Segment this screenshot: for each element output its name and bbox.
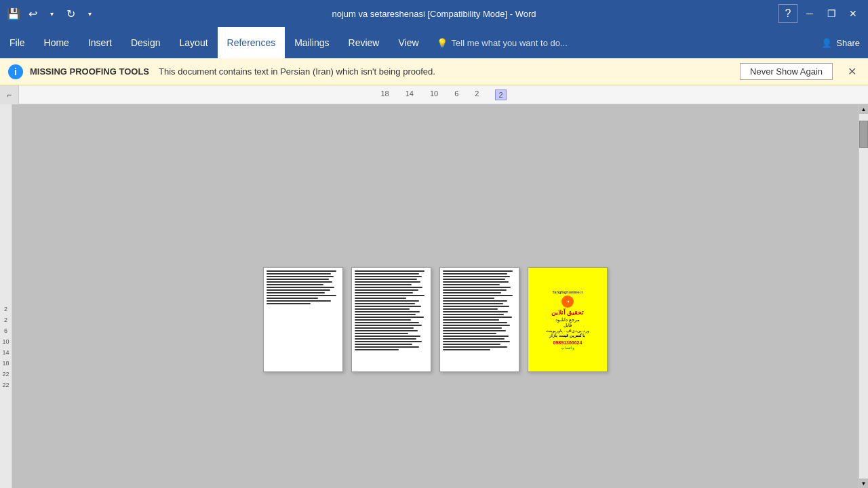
ad-logo: ◀: [561, 296, 574, 308]
pages-row: Tahghighonline.ir ◀ تحقیق آنلاین مرجع دا…: [263, 267, 608, 372]
notification-bar: i MISSING PROOFING TOOLS This document c…: [0, 58, 868, 85]
quick-access-toolbar: 💾 ↩ ▾ ↻ ▾: [5, 5, 98, 22]
vruler-num: 2: [4, 314, 7, 325]
ruler-num: 14: [406, 89, 414, 100]
ad-line4: با کمترین قیمت بازار: [549, 333, 585, 338]
vruler-num: 2: [4, 304, 7, 314]
ad-line2: فایل: [564, 323, 572, 328]
close-button[interactable]: ✕: [844, 4, 863, 23]
page-thumbnail-3[interactable]: [439, 267, 519, 372]
vertical-ruler-numbers: 2 2 6 10 14 18 22 22: [2, 304, 9, 390]
vertical-ruler: 2 2 6 10 14 18 22 22: [0, 104, 12, 488]
horizontal-ruler: ⌐ 18 14 10 6 2 2: [0, 85, 868, 104]
window-controls: ? ─ ❐ ✕: [778, 4, 863, 23]
vruler-num: 6: [4, 325, 7, 336]
page-content-1: [264, 268, 342, 371]
scroll-down-button[interactable]: ▼: [859, 479, 869, 488]
tab-references[interactable]: References: [218, 27, 285, 58]
ruler-num: 10: [430, 89, 438, 100]
tab-file[interactable]: File: [0, 27, 35, 58]
help-icon[interactable]: ?: [778, 4, 797, 23]
page-content-2: [352, 268, 431, 371]
undo-dropdown-icon[interactable]: ▾: [43, 5, 60, 22]
ad-title: تحقیق آنلاین: [551, 309, 585, 316]
page-text-2: [355, 270, 428, 350]
title-bar: 💾 ↩ ▾ ↻ ▾ nojum va setareshenasi [Compat…: [0, 0, 868, 27]
page-thumbnail-4[interactable]: Tahghighonline.ir ◀ تحقیق آنلاین مرجع دا…: [528, 267, 608, 372]
vruler-num: 22: [2, 369, 9, 380]
vruler-num: 22: [2, 380, 9, 390]
ruler-content: 18 14 10 6 2 2: [19, 85, 868, 104]
tab-design[interactable]: Design: [121, 27, 170, 58]
minimize-button[interactable]: ─: [800, 4, 819, 23]
ad-extra: واتساپ: [561, 345, 574, 350]
page-thumbnail-1[interactable]: [263, 267, 343, 372]
ad-site: Tahghighonline.ir: [552, 290, 583, 294]
customize-icon[interactable]: ▾: [81, 5, 98, 22]
ad-content: Tahghighonline.ir ◀ تحقیق آنلاین مرجع دا…: [528, 268, 607, 371]
ad-line1: مرجع دانلـود: [555, 317, 580, 323]
ruler-numbers: 18 14 10 6 2 2: [380, 89, 506, 100]
main-area: 2 2 6 10 14 18 22 22: [0, 104, 868, 488]
tell-me-bar[interactable]: 💡 Tell me what you want to do...: [429, 27, 576, 58]
tab-home[interactable]: Home: [35, 27, 79, 58]
page-content-3: [440, 268, 519, 371]
lightbulb-icon: 💡: [437, 38, 448, 48]
ribbon: File Home Insert Design Layout Reference…: [0, 27, 868, 58]
vruler-num: 14: [2, 347, 9, 358]
save-icon[interactable]: 💾: [5, 5, 22, 22]
notification-message: This document contains text in Persian (…: [159, 66, 733, 77]
vruler-num: 10: [2, 336, 9, 347]
tab-review[interactable]: Review: [339, 27, 389, 58]
info-icon: i: [8, 64, 23, 79]
notification-title: MISSING PROOFING TOOLS: [30, 66, 149, 77]
redo-icon[interactable]: ↻: [62, 5, 79, 22]
tab-layout[interactable]: Layout: [170, 27, 218, 58]
tab-insert[interactable]: Insert: [79, 27, 121, 58]
person-icon: 👤: [821, 38, 832, 48]
vertical-scrollbar[interactable]: ▲ ▼: [859, 104, 868, 488]
ad-phone: 09891366624: [553, 340, 583, 345]
ruler-num: 18: [380, 89, 389, 100]
ruler-marker: 2: [495, 89, 506, 100]
restore-button[interactable]: ❐: [822, 4, 841, 23]
never-show-again-button[interactable]: Never Show Again: [740, 63, 833, 80]
window-title: nojum va setareshenasi [Compatibility Mo…: [332, 9, 536, 19]
page-thumbnail-2[interactable]: [351, 267, 431, 372]
notification-close-button[interactable]: ✕: [844, 64, 860, 80]
document-area[interactable]: Tahghighonline.ir ◀ تحقیق آنلاین مرجع دا…: [12, 104, 859, 488]
ad-line3: ورد-پی‌دی‌اف - پاورپوینت: [546, 328, 589, 333]
scroll-track[interactable]: [859, 114, 868, 479]
ruler-num: 6: [454, 89, 458, 100]
ruler-corner-button[interactable]: ⌐: [0, 85, 19, 104]
vruler-num: 18: [2, 358, 9, 369]
ruler-num: 2: [475, 89, 479, 100]
page-text-3: [443, 270, 516, 350]
share-button[interactable]: 👤 Share: [813, 27, 868, 58]
scroll-thumb[interactable]: [859, 121, 868, 148]
page-text-1: [267, 270, 340, 304]
scroll-up-button[interactable]: ▲: [859, 104, 869, 114]
tab-mailings[interactable]: Mailings: [285, 27, 338, 58]
tab-view[interactable]: View: [389, 27, 428, 58]
undo-icon[interactable]: ↩: [24, 5, 41, 22]
